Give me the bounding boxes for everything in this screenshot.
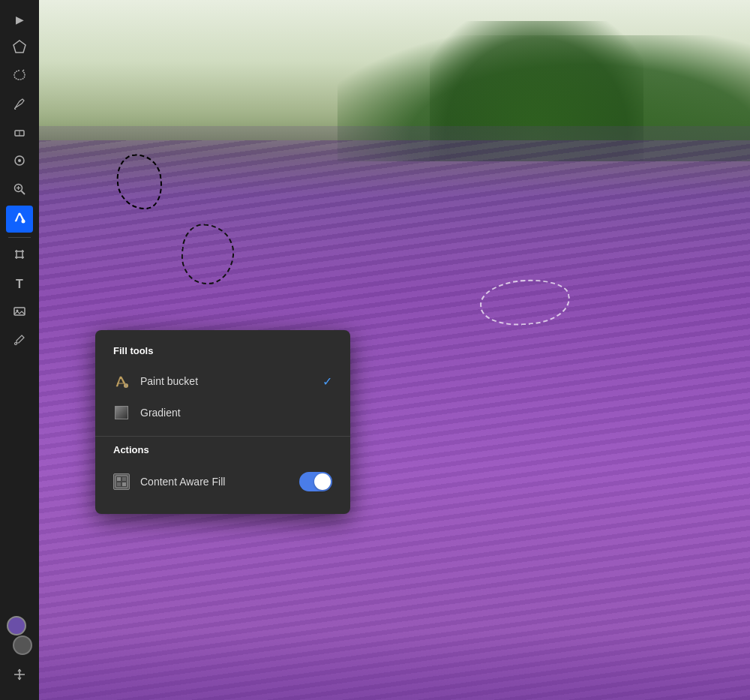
image-tool[interactable] <box>6 299 33 326</box>
canvas-area: Fill tools Paint bucket ✓ Gradient <box>39 0 750 700</box>
paint-bucket-item[interactable]: Paint bucket ✓ <box>95 365 350 397</box>
image-icon <box>13 305 26 322</box>
crop-icon <box>13 248 26 265</box>
eraser-tool[interactable] <box>6 120 33 147</box>
paint-bucket-label: Paint bucket <box>140 375 312 387</box>
content-aware-fill-icon <box>113 473 130 490</box>
gradient-icon <box>113 404 130 421</box>
gradient-item[interactable]: Gradient <box>95 397 350 428</box>
crop-tool[interactable] <box>6 242 33 269</box>
zoom-tool[interactable] <box>6 177 33 204</box>
svg-point-9 <box>22 219 26 223</box>
toolbar-separator-1 <box>8 237 31 238</box>
polygon-select-tool[interactable] <box>6 35 33 62</box>
text-icon: T <box>16 278 23 291</box>
toggle-knob <box>314 473 331 490</box>
zoom-icon <box>13 182 26 200</box>
text-tool[interactable]: T <box>6 271 33 298</box>
svg-rect-21 <box>117 482 121 486</box>
svg-line-6 <box>22 191 26 194</box>
healing-tool[interactable] <box>6 149 33 176</box>
select-arrow-tool[interactable]: ▶ <box>6 6 33 33</box>
eyedropper-tool[interactable] <box>6 328 33 355</box>
fill-tool[interactable] <box>6 206 33 233</box>
content-aware-fill-label: Content Aware Fill <box>140 476 289 488</box>
content-aware-fill-item[interactable]: Content Aware Fill <box>95 464 350 499</box>
eraser-icon <box>13 125 26 143</box>
paint-bucket-icon <box>113 373 130 389</box>
foreground-color-swatch[interactable] <box>7 616 26 635</box>
fill-tools-popup: Fill tools Paint bucket ✓ Gradient <box>95 330 350 514</box>
svg-point-4 <box>18 159 21 162</box>
fill-tools-section-title: Fill tools <box>95 345 350 365</box>
transform-icon <box>13 668 26 685</box>
popup-divider <box>95 436 350 437</box>
brush-tool[interactable] <box>6 92 33 119</box>
paint-bucket-checkmark: ✓ <box>322 374 332 389</box>
svg-marker-0 <box>14 41 26 53</box>
lasso-tool[interactable] <box>6 63 33 90</box>
eyedropper-icon <box>13 333 26 350</box>
content-aware-fill-toggle[interactable] <box>299 472 332 491</box>
fill-icon <box>13 211 26 228</box>
actions-section-title: Actions <box>95 444 350 464</box>
healing-icon <box>13 154 26 171</box>
svg-point-16 <box>15 342 17 344</box>
gradient-label: Gradient <box>140 407 332 419</box>
transform-tool[interactable] <box>6 662 33 689</box>
select-arrow-icon: ▶ <box>16 14 24 26</box>
svg-rect-22 <box>122 482 126 486</box>
polygon-select-icon <box>13 40 26 57</box>
color-swatches <box>4 616 35 655</box>
lasso-icon <box>13 68 26 86</box>
background-color-swatch[interactable] <box>13 635 32 655</box>
toolbar: ▶ <box>0 0 39 700</box>
brush-icon <box>13 97 26 114</box>
svg-rect-20 <box>122 477 126 481</box>
svg-rect-19 <box>117 477 121 481</box>
